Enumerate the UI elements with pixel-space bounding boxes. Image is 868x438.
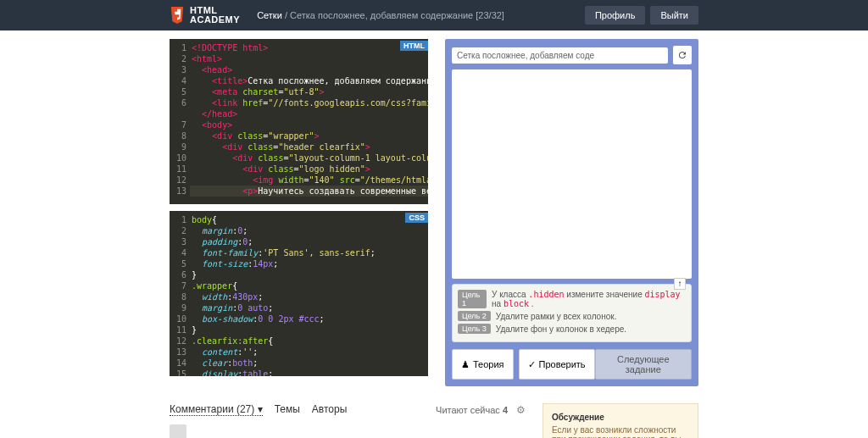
- goals-panel: ↑ Цель 1 У класса .hidden измените значе…: [452, 284, 692, 342]
- check-icon: ✓: [528, 359, 536, 370]
- tab-authors[interactable]: Авторы: [312, 403, 347, 416]
- goal-1: Цель 1 У класса .hidden измените значени…: [458, 290, 686, 308]
- profile-button[interactable]: Профиль: [585, 6, 646, 25]
- footer: Комментарии (27) ▾ Темы Авторы Читают се…: [0, 395, 868, 438]
- refresh-icon: [677, 50, 687, 60]
- breadcrumb-root[interactable]: Сетки: [257, 10, 282, 20]
- refresh-button[interactable]: [673, 46, 692, 64]
- shield-icon: [170, 7, 185, 24]
- breadcrumb: Сетки / Сетка посложнее, добавляем содер…: [257, 10, 504, 20]
- goal-badge: Цель 3: [458, 324, 491, 334]
- collapse-goals-button[interactable]: ↑: [674, 278, 686, 290]
- logo-text: HTML ACADEMY: [190, 6, 240, 25]
- header-right: Профиль Выйти: [585, 6, 698, 25]
- comments-section: Комментарии (27) ▾ Темы Авторы Читают се…: [170, 403, 526, 438]
- goal-3: Цель 3 Удалите фон у колонок в хедере.: [458, 324, 686, 334]
- css-code[interactable]: body{ margin:0; padding:0; font-family:'…: [192, 214, 426, 376]
- actions-left: ♟Теория ✓Проверить: [452, 349, 595, 380]
- tab-topics[interactable]: Темы: [275, 403, 300, 416]
- comment-input-row: [170, 424, 526, 438]
- goal-badge: Цель 1: [458, 290, 487, 308]
- reading-now: Читают сейчас 4: [436, 405, 508, 415]
- goal-2: Цель 2 Удалите рамки у всех колонок.: [458, 311, 686, 321]
- discussion-text: Если у вас возникли сложности при прохож…: [552, 425, 689, 438]
- editors-column: HTML 123456 78910111213 14 <!DOCTYPE htm…: [170, 39, 428, 386]
- discussion-box: Обсуждение Если у вас возникли сложности…: [542, 403, 698, 438]
- avatar: [170, 424, 186, 438]
- html-editor[interactable]: HTML 123456 78910111213 14 <!DOCTYPE htm…: [170, 39, 428, 204]
- app-header: HTML ACADEMY Сетки / Сетка посложнее, до…: [0, 0, 868, 30]
- html-gutter: 123456 78910111213 14: [170, 39, 190, 204]
- logout-button[interactable]: Выйти: [650, 6, 698, 25]
- header-left: HTML ACADEMY Сетки / Сетка посложнее, до…: [170, 6, 504, 25]
- discussion-title: Обсуждение: [552, 413, 689, 422]
- check-button[interactable]: ✓Проверить: [519, 349, 595, 380]
- comments-head: Комментарии (27) ▾ Темы Авторы Читают се…: [170, 403, 526, 416]
- preview-panel: Сетка посложнее, добавляем соде ↑ Цель 1…: [445, 39, 698, 386]
- preview-body: [452, 69, 692, 279]
- logo[interactable]: HTML ACADEMY: [170, 6, 240, 25]
- theory-button[interactable]: ♟Теория: [452, 349, 514, 380]
- css-gutter: 1234567891011121314151617181920: [170, 211, 190, 376]
- next-task-button[interactable]: Следующее задание: [595, 349, 692, 380]
- main: HTML 123456 78910111213 14 <!DOCTYPE htm…: [0, 30, 868, 395]
- goal-badge: Цель 2: [458, 311, 491, 321]
- preview-top: Сетка посложнее, добавляем соде: [452, 46, 692, 64]
- css-editor[interactable]: CSS 1234567891011121314151617181920 body…: [170, 211, 428, 376]
- preview-title: Сетка посложнее, добавляем соде: [452, 47, 668, 64]
- html-code[interactable]: <!DOCTYPE html> <html> <head> <title>Сет…: [192, 42, 426, 197]
- person-icon: ♟: [461, 359, 470, 370]
- gear-icon[interactable]: ⚙: [516, 404, 526, 416]
- tab-comments[interactable]: Комментарии (27) ▾: [170, 403, 263, 416]
- breadcrumb-current: Сетка посложнее, добавляем содержание [2…: [290, 10, 504, 20]
- comments-tabs: Комментарии (27) ▾ Темы Авторы: [170, 403, 347, 416]
- actions-bar: ♟Теория ✓Проверить Следующее задание: [452, 349, 692, 380]
